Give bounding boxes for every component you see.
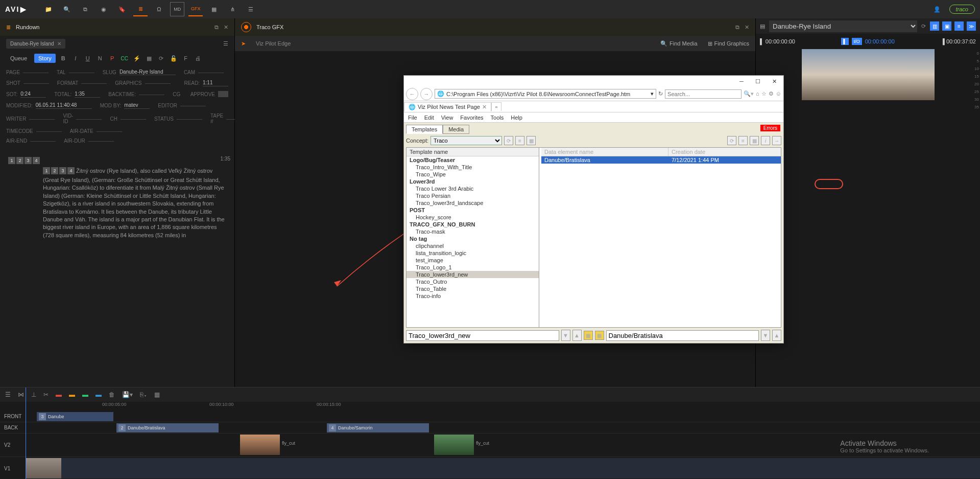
template-row[interactable]: Traco_Intro_With_Title xyxy=(407,164,539,171)
template-row[interactable]: Traco Persian xyxy=(407,192,539,199)
rundown-icon[interactable]: ≣ xyxy=(133,2,148,16)
backtime-field[interactable] xyxy=(139,94,164,95)
url-bar[interactable]: 🌐 C:\Program Files (x86)\Vizrt\Viz Pilot… xyxy=(435,89,656,99)
template-row[interactable]: Lower3rd xyxy=(407,178,539,185)
concept-select[interactable]: Traco xyxy=(431,136,502,145)
template-input[interactable] xyxy=(406,330,559,341)
template-row[interactable]: clipchannel xyxy=(407,242,539,249)
tl-trash-icon[interactable]: 🗑 xyxy=(109,391,115,398)
template-row[interactable]: Traco Lower 3rd Arabic xyxy=(407,185,539,192)
ch-field[interactable] xyxy=(121,118,146,120)
template-row[interactable]: Traco-mask xyxy=(407,228,539,235)
errors-badge[interactable]: Errors xyxy=(760,125,780,131)
status-field[interactable] xyxy=(177,118,202,120)
smiley-icon[interactable]: ☺ xyxy=(776,90,781,97)
user-icon[interactable]: 👤 xyxy=(930,2,944,16)
menu-help[interactable]: Help xyxy=(511,115,522,121)
popout-icon[interactable]: ⧉ xyxy=(214,24,219,31)
ie-search-input[interactable] xyxy=(665,89,742,99)
concept-refresh-button[interactable]: ⟳ xyxy=(504,136,513,145)
template-row[interactable]: Traco_Wipe xyxy=(407,171,539,178)
vidid-field[interactable] xyxy=(76,118,102,120)
underline-button[interactable]: U xyxy=(83,55,92,61)
home-icon[interactable]: ⌂ xyxy=(756,90,759,97)
media-tab[interactable]: Media xyxy=(443,125,469,134)
find-graphics-link[interactable]: ⊞ Find Graphics xyxy=(708,40,749,47)
find-media-link[interactable]: 🔍 Find Media xyxy=(660,40,697,47)
globe-icon[interactable]: ◉ xyxy=(97,2,111,16)
gfx-popout-icon[interactable]: ⧉ xyxy=(735,24,739,31)
track-front[interactable]: FRONT 3Danube xyxy=(0,411,980,422)
template-name-header[interactable]: Template name xyxy=(407,148,539,156)
writer-field[interactable] xyxy=(29,118,55,120)
template-row[interactable]: Traco_lower3rd_landscape xyxy=(407,199,539,207)
tal-field[interactable] xyxy=(69,72,94,73)
timecode-field[interactable] xyxy=(36,130,62,132)
io-label[interactable]: I/O xyxy=(852,38,862,45)
slug-field[interactable] xyxy=(119,69,176,75)
right-grid-button[interactable]: ▦ xyxy=(750,136,759,145)
minimize-button[interactable]: ─ xyxy=(734,77,749,86)
cam-field[interactable] xyxy=(198,72,224,73)
sequence-select[interactable]: Danube-Rye Island xyxy=(769,20,917,32)
track-v1[interactable]: V1 xyxy=(0,457,980,479)
data-element-row[interactable]: Danube/Bratislava7/12/2021 1:44 PM xyxy=(541,156,781,164)
v2-thumb2[interactable] xyxy=(434,435,474,455)
ie-titlebar[interactable]: ─ ☐ ✕ xyxy=(404,76,783,87)
airdate-field[interactable] xyxy=(97,130,122,132)
ie-tab-close-icon[interactable]: ✕ xyxy=(482,104,487,110)
tl-slip-icon[interactable]: ▬ xyxy=(82,391,88,398)
shot-field[interactable] xyxy=(23,82,49,84)
template-row[interactable]: Traco_Outro xyxy=(407,278,539,285)
format-field[interactable] xyxy=(81,82,107,84)
template-up[interactable]: ▲ xyxy=(572,330,582,341)
template-row[interactable]: Hockey_score xyxy=(407,214,539,221)
menu-edit[interactable]: Edit xyxy=(424,115,434,121)
menu-tools[interactable]: Tools xyxy=(491,115,504,121)
timeline-ruler[interactable]: 00:00:05:00 00:00:10:00 00:00:15:00 xyxy=(0,402,980,411)
tl-grid-icon[interactable]: ▦ xyxy=(154,391,160,398)
favorites-icon[interactable]: ☆ xyxy=(761,90,767,97)
template-row[interactable]: Traco_Logo_1 xyxy=(407,264,539,271)
concept-list-button[interactable]: ≡ xyxy=(515,136,524,145)
ie-tab[interactable]: 🌐 Viz Pilot News Test Page ✕ xyxy=(404,102,491,111)
mark-out-icon[interactable]: ▐ xyxy=(941,38,945,44)
bold-button[interactable]: B xyxy=(59,55,68,61)
bottom-btn2[interactable]: ▦ xyxy=(595,331,604,340)
layout3-button[interactable]: ≡ xyxy=(954,21,964,31)
refresh-icon[interactable]: ⟳ xyxy=(157,55,166,62)
templates-tab[interactable]: Templates xyxy=(406,125,443,134)
template-row[interactable]: TRACO_GFX_NO_BURN xyxy=(407,221,539,228)
folder-icon[interactable]: 📁 xyxy=(41,2,56,16)
creation-date-header[interactable]: Creation date xyxy=(668,148,781,156)
tl-slide-icon[interactable]: ▬ xyxy=(95,391,102,398)
forward-button-2[interactable]: → xyxy=(772,136,781,145)
bookmark-icon[interactable]: 🔖 xyxy=(115,2,129,16)
data-up[interactable]: ▲ xyxy=(772,330,781,341)
template-row[interactable]: Logo/Bug/Teaser xyxy=(407,156,539,164)
seq-refresh-icon[interactable]: ⟳ xyxy=(921,23,926,30)
template-dropdown[interactable]: ▼ xyxy=(561,330,570,341)
normal-button[interactable]: N xyxy=(95,55,105,61)
info-button[interactable]: i xyxy=(761,136,770,145)
tl-link-icon[interactable]: ⋈ xyxy=(18,391,24,398)
data-element-header[interactable]: Data element name xyxy=(541,148,668,156)
tab-close-icon[interactable]: ✕ xyxy=(57,41,61,47)
concept-grid-button[interactable]: ▦ xyxy=(527,136,536,145)
new-tab-button[interactable]: ▫ xyxy=(491,102,501,111)
md-icon[interactable]: MD xyxy=(170,2,184,16)
bottom-btn1[interactable]: ▦ xyxy=(584,331,593,340)
right-refresh-button[interactable]: ⟳ xyxy=(727,136,736,145)
tl-cut-icon[interactable]: ✂ xyxy=(43,391,49,398)
menu-favorites[interactable]: Favorites xyxy=(460,115,483,121)
story-text[interactable]: Žitný ostrov (Rye Island), also called V… xyxy=(43,168,225,238)
layout1-button[interactable]: ▥ xyxy=(930,21,939,31)
template-row[interactable]: test_image xyxy=(407,257,539,264)
ie-search-button[interactable]: 🔍▾ xyxy=(744,90,754,97)
editor-field[interactable] xyxy=(180,105,206,106)
track-v2[interactable]: V2 fly_cut fly_cut xyxy=(0,434,980,457)
presenter-button[interactable]: P xyxy=(108,55,117,61)
refresh-button[interactable]: ↻ xyxy=(658,90,663,97)
omega-icon[interactable]: Ω xyxy=(152,2,166,16)
sync-icon[interactable]: ⧉ xyxy=(78,2,92,16)
